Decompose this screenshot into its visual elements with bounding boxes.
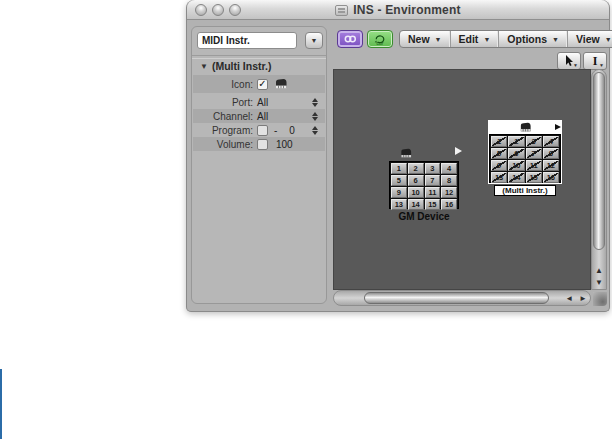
port-label: Port:: [193, 97, 257, 108]
channel-cell[interactable]: 2: [508, 136, 524, 147]
text-tool-icon: I: [593, 54, 598, 69]
cur-icon: cur: [372, 33, 388, 46]
vertical-scrollbar-thumb[interactable]: [593, 72, 605, 250]
parameter-section-header[interactable]: ▼ (Multi Instr.): [200, 60, 271, 72]
channel-stepper[interactable]: [312, 112, 318, 121]
icon-row: Icon: ✓: [193, 75, 325, 93]
icon-checkbox[interactable]: ✓: [257, 79, 268, 90]
volume-checkbox[interactable]: [257, 139, 268, 150]
channel-cell[interactable]: 1: [391, 163, 407, 174]
channel-label: Channel:: [193, 111, 257, 122]
menu-arrow-icon: ▼: [435, 36, 442, 43]
menu-edit[interactable]: Edit ▼: [450, 31, 499, 47]
multi-instrument-label[interactable]: (Multi Instr.): [494, 185, 556, 196]
channel-cell[interactable]: 8: [543, 148, 559, 159]
channel-cell[interactable]: 6: [408, 175, 424, 186]
channel-cell[interactable]: 6: [508, 148, 524, 159]
channel-cell[interactable]: 13: [491, 172, 507, 183]
multi-instrument-piano-icon[interactable]: [518, 121, 533, 134]
channel-cell[interactable]: 9: [491, 160, 507, 171]
scroll-left-button[interactable]: ◄: [565, 294, 573, 303]
sidebar-separator: [192, 55, 326, 59]
port-value[interactable]: All: [257, 97, 268, 108]
chain-link-icon: [343, 34, 358, 44]
tool-more-arrow-icon: ▼: [573, 62, 578, 68]
channel-cell[interactable]: 16: [543, 172, 559, 183]
disclosure-triangle-icon[interactable]: ▼: [200, 62, 208, 71]
program-label: Program:: [193, 125, 257, 136]
channel-value[interactable]: All: [257, 111, 268, 122]
channel-cell[interactable]: 8: [441, 175, 457, 186]
window-title: INS - Environment: [353, 3, 460, 17]
channel-cell[interactable]: 7: [425, 175, 441, 186]
text-tool-button[interactable]: I ▼: [583, 52, 607, 70]
pointer-tool-button[interactable]: ▼: [557, 52, 581, 70]
gm-device-channel-grid: 12345678910111213141516: [389, 161, 459, 209]
page: INS - Environment MIDI Instr. ▼ ▼ (Multi…: [0, 0, 612, 439]
scroll-up-button[interactable]: ▲: [595, 267, 603, 275]
channel-cell[interactable]: 11: [526, 160, 542, 171]
channel-cell[interactable]: 14: [508, 172, 524, 183]
menu-options-label: Options: [507, 33, 547, 45]
volume-label: Volume:: [193, 139, 257, 150]
channel-cell[interactable]: 5: [491, 148, 507, 159]
menu-arrow-icon: ▼: [483, 36, 490, 43]
channel-cell[interactable]: 11: [425, 187, 441, 198]
channel-cell[interactable]: 13: [391, 199, 407, 210]
cable-link-toggle-button[interactable]: [337, 30, 363, 48]
channel-cell[interactable]: 1: [491, 136, 507, 147]
vertical-scrollbar[interactable]: ▲ ▼: [591, 69, 607, 290]
instrument-piano-icon[interactable]: [273, 77, 289, 91]
multi-instrument-object[interactable]: 12345678910111213141516: [488, 120, 562, 184]
environment-canvas[interactable]: 12345678910111213141516 GM Device 123456…: [333, 69, 591, 290]
channel-cell[interactable]: 4: [543, 136, 559, 147]
menu-view[interactable]: View ▼: [567, 31, 612, 47]
menu-edit-label: Edit: [459, 33, 479, 45]
scroll-right-button[interactable]: ►: [579, 294, 587, 303]
checkmark-icon: ✓: [258, 79, 266, 89]
gm-device-cable-outlet-icon[interactable]: [455, 147, 462, 155]
program-stepper[interactable]: [312, 126, 318, 135]
channel-cell[interactable]: 7: [526, 148, 542, 159]
title-bar[interactable]: INS - Environment: [187, 0, 609, 20]
horizontal-scrollbar[interactable]: ◄ ►: [333, 290, 591, 306]
instrument-selector-field[interactable]: MIDI Instr.: [197, 32, 297, 49]
channel-cell[interactable]: 3: [526, 136, 542, 147]
gm-device-label[interactable]: GM Device: [374, 211, 474, 222]
channel-cell[interactable]: 16: [441, 199, 457, 210]
volume-value[interactable]: 100: [276, 139, 293, 150]
channel-cell[interactable]: 15: [526, 172, 542, 183]
channel-cell[interactable]: 10: [508, 160, 524, 171]
instrument-selector-row: MIDI Instr. ▼: [197, 32, 323, 49]
program-checkbox[interactable]: [257, 125, 268, 136]
menu-arrow-icon: ▼: [605, 36, 612, 43]
channel-cell[interactable]: 10: [408, 187, 424, 198]
scroll-down-button[interactable]: ▼: [595, 279, 603, 287]
cur-toggle-button[interactable]: cur: [367, 30, 393, 48]
program-row: Program: - 0: [193, 123, 325, 137]
channel-row: Channel: All: [193, 109, 325, 123]
channel-cell[interactable]: 2: [408, 163, 424, 174]
menu-new[interactable]: New ▼: [400, 31, 450, 47]
port-stepper[interactable]: [312, 98, 318, 107]
channel-cell[interactable]: 9: [391, 187, 407, 198]
instrument-selector-dropdown-button[interactable]: ▼: [305, 32, 323, 49]
channel-cell[interactable]: 12: [543, 160, 559, 171]
object-parameter-panel: MIDI Instr. ▼ ▼ (Multi Instr.) Icon: ✓: [191, 26, 327, 304]
program-value[interactable]: 0: [289, 125, 295, 136]
channel-cell[interactable]: 3: [425, 163, 441, 174]
gm-device-piano-icon[interactable]: [398, 147, 414, 160]
horizontal-scrollbar-thumb[interactable]: [364, 292, 549, 304]
port-row: Port: All: [193, 95, 325, 109]
channel-cell[interactable]: 14: [408, 199, 424, 210]
window-resize-grip[interactable]: [593, 292, 607, 306]
menu-options[interactable]: Options ▼: [498, 31, 567, 47]
menu-view-label: View: [576, 33, 600, 45]
channel-cell[interactable]: 4: [441, 163, 457, 174]
section-header-label: (Multi Instr.): [212, 60, 272, 72]
channel-cell[interactable]: 15: [425, 199, 441, 210]
window-proxy-icon: [335, 5, 348, 16]
channel-cell[interactable]: 5: [391, 175, 407, 186]
channel-cell[interactable]: 12: [441, 187, 457, 198]
multi-instrument-cable-outlet-icon[interactable]: [555, 124, 561, 130]
